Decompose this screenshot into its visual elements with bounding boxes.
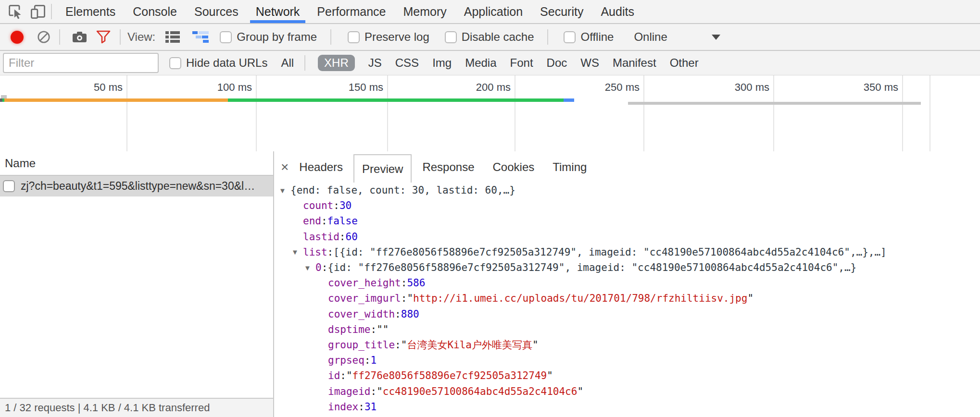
- filter-type-css[interactable]: CSS: [395, 56, 419, 70]
- json-k-text: imageid: [328, 386, 371, 397]
- resource-type-filters: AllXHRJSCSSImgMediaFontDocWSManifestOthe…: [267, 55, 698, 71]
- disclosure-triangle-icon[interactable]: ▼: [291, 248, 303, 256]
- device-toolbar-icon[interactable]: [30, 3, 46, 20]
- offline-checkbox[interactable]: [564, 31, 576, 43]
- filter-type-xhr[interactable]: XHR: [318, 55, 355, 71]
- json-p-text: :: [395, 339, 401, 351]
- preview-row[interactable]: end: false: [274, 213, 980, 229]
- filter-type-other[interactable]: Other: [670, 56, 699, 70]
- preserve-log-checkbox[interactable]: [348, 31, 360, 43]
- json-k-text: end: [303, 215, 321, 227]
- preview-row[interactable]: cover_imgurl: "http://i1.umei.cc/uploads…: [274, 291, 980, 306]
- preview-row[interactable]: lastid: 60: [274, 229, 980, 245]
- json-k-text: index: [328, 401, 358, 413]
- preview-row[interactable]: index: 31: [274, 399, 980, 415]
- name-column-header[interactable]: Name: [0, 151, 273, 176]
- disable-cache-checkbox[interactable]: [445, 31, 457, 43]
- filter-funnel-icon[interactable]: [96, 30, 111, 44]
- close-detail-icon[interactable]: ×: [281, 159, 289, 175]
- json-sum-text: {id: "ff276e8056f58896e7cf92505a312749",…: [327, 262, 856, 273]
- detail-tab-response[interactable]: Response: [415, 160, 482, 174]
- waterfall-view-icon[interactable]: [192, 30, 210, 44]
- filter-type-manifest[interactable]: Manifest: [613, 56, 656, 70]
- preview-row[interactable]: dsptime: "": [274, 322, 980, 337]
- preview-row[interactable]: grpseq: 1: [274, 353, 980, 368]
- tab-console[interactable]: Console: [124, 0, 186, 23]
- detail-tab-timing[interactable]: Timing: [545, 160, 594, 174]
- clear-icon[interactable]: [37, 30, 50, 44]
- preview-row[interactable]: list_imgurl: "http://i1.umei.cc": [274, 415, 980, 417]
- throttling-select[interactable]: Online: [634, 30, 667, 44]
- detail-tabbar: × HeadersPreviewResponseCookiesTiming: [274, 151, 980, 183]
- throttling-dropdown-caret-icon[interactable]: [712, 35, 720, 40]
- record-button[interactable]: [11, 31, 24, 44]
- filter-type-js[interactable]: JS: [368, 56, 382, 70]
- panel-tabs: ElementsConsoleSourcesNetworkPerformance…: [57, 0, 643, 23]
- timeline-gridline: [515, 75, 515, 152]
- tab-application[interactable]: Application: [455, 0, 531, 23]
- tab-elements[interactable]: Elements: [57, 0, 124, 23]
- json-p-text: :: [401, 293, 407, 304]
- detail-tab-preview[interactable]: Preview: [353, 154, 412, 183]
- json-k-text: 0: [315, 262, 322, 273]
- detail-tab-cookies[interactable]: Cookies: [485, 160, 542, 174]
- group-by-frame-checkbox[interactable]: [220, 31, 232, 43]
- json-k-text: lastid: [303, 231, 339, 243]
- filter-type-ws[interactable]: WS: [580, 56, 599, 70]
- tab-security[interactable]: Security: [531, 0, 592, 23]
- filter-divider: [304, 55, 305, 71]
- json-p-text: :: [364, 355, 371, 366]
- tab-performance[interactable]: Performance: [308, 0, 394, 23]
- json-p-text: :: [358, 401, 364, 413]
- preview-row[interactable]: ▼{end: false, count: 30, lastid: 60,…}: [274, 183, 980, 198]
- disable-cache-label: Disable cache: [462, 30, 534, 44]
- hide-data-urls-label: Hide data URLs: [186, 56, 267, 70]
- network-main-area: Name zj?ch=beauty&t1=595&listtype=new&sn…: [0, 151, 980, 417]
- json-p-text: ": [383, 324, 389, 335]
- overview-bar-segment: [628, 102, 921, 105]
- filter-type-media[interactable]: Media: [465, 56, 496, 70]
- tab-network[interactable]: Network: [247, 0, 309, 23]
- json-n-text: 31: [364, 401, 377, 413]
- network-overview-timeline[interactable]: 50 ms100 ms150 ms200 ms250 ms300 ms350 m…: [0, 75, 980, 153]
- preview-row[interactable]: cover_width: 880: [274, 307, 980, 322]
- preview-row[interactable]: ▼list: [{id: "ff276e8056f58896e7cf92505a…: [274, 245, 980, 260]
- inspect-element-icon[interactable]: [7, 3, 23, 20]
- timeline-tick-label: 150 ms: [311, 81, 383, 94]
- json-s-text: cc48190e57100864abc4d55a2c4104c6: [383, 386, 578, 397]
- network-toolbar: View: Group by frame Preserve log Disabl…: [0, 24, 980, 51]
- filter-type-all[interactable]: All: [281, 56, 294, 70]
- json-p-text: :: [340, 370, 346, 381]
- filter-type-font[interactable]: Font: [510, 56, 533, 70]
- json-p-text: :: [401, 277, 407, 289]
- disclosure-triangle-icon[interactable]: ▼: [279, 186, 290, 195]
- preview-row[interactable]: count: 30: [274, 198, 980, 213]
- preview-row[interactable]: id: "ff276e8056f58896e7cf92505a312749": [274, 368, 980, 383]
- json-k-text: cover_width: [328, 308, 395, 320]
- json-k-text: list: [303, 246, 327, 258]
- preview-row[interactable]: imageid: "cc48190e57100864abc4d55a2c4104…: [274, 383, 980, 399]
- filter-type-doc[interactable]: Doc: [547, 56, 567, 70]
- json-k-text: id: [328, 370, 340, 381]
- preview-row[interactable]: ▼0: {id: "ff276e8056f58896e7cf92505a3127…: [274, 260, 980, 275]
- toolbar-divider: [547, 29, 548, 45]
- request-row-checkbox[interactable]: [3, 180, 15, 192]
- timeline-tick-label: 300 ms: [697, 81, 769, 94]
- tab-sources[interactable]: Sources: [186, 0, 247, 23]
- tab-audits[interactable]: Audits: [592, 0, 642, 23]
- timeline-tick-label: 200 ms: [439, 81, 511, 94]
- preview-row[interactable]: group_title: "台湾美女Kila户外唯美写真": [274, 337, 980, 353]
- tab-memory[interactable]: Memory: [394, 0, 455, 23]
- json-sum-text: {end: false, count: 30, lastid: 60,…}: [290, 184, 515, 196]
- hide-data-urls-checkbox[interactable]: [169, 57, 181, 69]
- list-view-icon[interactable]: [165, 30, 180, 44]
- detail-tab-headers[interactable]: Headers: [291, 160, 351, 174]
- capture-screenshots-camera-icon[interactable]: [72, 30, 88, 44]
- json-s-text: ff276e8056f58896e7cf92505a312749: [352, 370, 547, 381]
- request-row[interactable]: zj?ch=beauty&t1=595&listtype=new&sn=30&l…: [0, 176, 273, 196]
- preview-row[interactable]: cover_height: 586: [274, 275, 980, 291]
- disclosure-triangle-icon[interactable]: ▼: [304, 264, 315, 272]
- filter-type-img[interactable]: Img: [432, 56, 452, 70]
- json-s-text: http://i1.umei.cc/uploads/tu/201701/798/…: [413, 293, 747, 304]
- filter-input[interactable]: [3, 53, 159, 73]
